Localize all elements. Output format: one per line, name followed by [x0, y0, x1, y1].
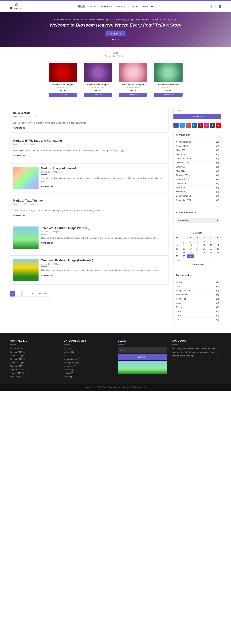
archive-link-4[interactable]: March 2020 — [176, 153, 187, 156]
twitter-icon[interactable]: t — [180, 122, 185, 128]
cart-icon[interactable]: 🛒 — [210, 5, 213, 8]
tag-excerpt[interactable]: excerpt — [172, 354, 179, 357]
archive-link-3[interactable]: May 2020 — [176, 149, 185, 151]
archive-link-9[interactable]: February 2019 — [176, 174, 190, 176]
footer-cat-link-8[interactable]: buying (3) — [64, 372, 73, 374]
read-more-3[interactable]: READ MORE — [41, 186, 54, 188]
cat-link-1[interactable]: Aciform — [176, 281, 183, 284]
add-cart-button-4[interactable]: Add to Cart — [154, 93, 182, 97]
read-more-5[interactable]: READ MORE — [41, 242, 54, 244]
user-icon[interactable]: 👤 — [218, 5, 222, 8]
footer-archive-link-7[interactable]: September 2010 (2) — [10, 368, 28, 371]
cat-link-5[interactable]: Asmodeus — [176, 298, 186, 300]
add-cart-button-1[interactable]: Add to Cart — [48, 93, 77, 97]
footer-cat-link-3[interactable]: sub (1) — [64, 354, 70, 357]
shop-link[interactable]: Shop — [10, 52, 222, 54]
footer-cat-link-1[interactable]: aaoa (4) — [64, 347, 72, 350]
tag-edge-case[interactable]: edge case — [199, 351, 208, 353]
archive-link-1[interactable]: November 2020 — [176, 141, 191, 143]
next-page-button[interactable]: Next Page — [35, 291, 50, 296]
archive-link-15[interactable]: September 2018 — [176, 199, 191, 201]
archive-link-13[interactable]: March 2019 — [176, 190, 187, 193]
cat-link-10[interactable]: Cat C — [176, 318, 181, 321]
tag-alignment[interactable]: alignment — [178, 347, 187, 350]
hero-dot-2[interactable] — [115, 39, 116, 40]
tumblr-icon[interactable]: T — [210, 122, 215, 128]
tag-aside[interactable]: aside — [188, 347, 193, 350]
footer-archive-link-9[interactable]: July 2010 (1) — [10, 376, 22, 378]
footer-archive-link-4[interactable]: January 2012 (6) — [10, 358, 25, 360]
nav-services[interactable]: SERVICES — [100, 5, 112, 8]
read-more-1[interactable]: READ MORE — [13, 127, 26, 129]
calendar-prev-link[interactable]: « Sep — [175, 259, 180, 261]
hero-shop-now-button[interactable]: Shop Now — [106, 30, 126, 36]
footer-cat-link-7[interactable]: border (2) — [64, 368, 73, 371]
add-cart-button-2[interactable]: Add to Cart — [84, 93, 112, 97]
youtube-icon[interactable]: ▶ — [216, 122, 221, 128]
tag-embeds[interactable]: embeds — [210, 351, 217, 353]
cat-link-8[interactable]: Cat A — [176, 310, 181, 312]
linkedin-icon[interactable]: in — [192, 122, 197, 128]
footer-archive-link-1[interactable]: June 2019 (5) — [10, 347, 22, 350]
read-more-2[interactable]: READ MORE — [13, 154, 26, 157]
footer-cat-link-9[interactable]: Cat A (1) — [64, 376, 72, 378]
pinterest-icon[interactable]: P — [198, 122, 203, 128]
archive-link-5[interactable]: December 2019 — [176, 157, 191, 160]
cat-link-6[interactable]: Broder — [176, 302, 182, 304]
page-ellipsis[interactable]: ... — [22, 291, 28, 296]
hero-dot-1[interactable] — [112, 39, 114, 40]
facebook-icon[interactable]: f — [174, 122, 178, 128]
sidebar-search-button[interactable]: SEARCH — [174, 114, 222, 120]
footer-search-input[interactable] — [118, 347, 168, 353]
nav-blog[interactable]: BLOG — [132, 5, 138, 8]
archive-link-6[interactable]: October 2019 — [176, 162, 189, 164]
read-more-4[interactable]: READ MORE — [13, 214, 26, 216]
archives-dropdown-select[interactable]: Select Month — [176, 218, 219, 223]
archive-link-10[interactable]: October 2019 — [176, 178, 189, 180]
footer-archive-link-6[interactable]: October 2010 (1) — [10, 365, 25, 367]
instagram-icon[interactable]: I — [204, 122, 209, 128]
footer-archive-link-8[interactable]: August 2010 (3) — [10, 372, 24, 374]
footer-cat-link-6[interactable]: asmodeus (1) — [64, 365, 76, 367]
archive-link-12[interactable]: April 2019 — [176, 186, 186, 189]
footer-archive-link-3[interactable]: March 2012 (6) — [10, 354, 24, 357]
sidebar-search-input[interactable] — [174, 108, 222, 113]
footer-archive-link-5[interactable]: March 2011 (1) — [10, 362, 24, 364]
page-1-button[interactable]: 1 — [10, 291, 15, 296]
cat-link-3[interactable]: Antiquarianism — [176, 289, 190, 292]
page-2-button[interactable]: 2 — [16, 291, 22, 296]
tag-featured-image[interactable]: featured image — [180, 354, 194, 357]
archive-link-7[interactable]: July 2019 — [176, 166, 185, 168]
archive-link-14[interactable]: December 2018 — [176, 195, 191, 197]
cat-link-4[interactable]: Arrangement — [176, 294, 188, 296]
tag-8bit[interactable]: 8BIT — [172, 347, 176, 350]
cat-item-4: Arrangement(6) — [176, 293, 219, 297]
nav-gallery[interactable]: GALLERY — [116, 5, 127, 8]
read-more-6[interactable]: READ MORE — [41, 274, 54, 276]
archive-item-7: July 2019(1) — [176, 165, 219, 169]
page-12-button[interactable]: 12 — [29, 291, 34, 296]
add-cart-button-3[interactable]: Add to Cart — [119, 93, 148, 97]
tag-content[interactable]: content — [183, 351, 190, 353]
footer-cat-link-4[interactable]: antiquarianism (1) — [64, 358, 80, 360]
tag-audio[interactable]: audio — [194, 347, 199, 350]
footer-cat-link-5[interactable]: arrangement (1) — [64, 362, 79, 364]
nav-home[interactable]: HOME — [78, 5, 85, 8]
tag-dowork[interactable]: dowork — [191, 351, 198, 353]
cat-link-7[interactable]: Buying — [176, 306, 182, 308]
archive-link-8[interactable]: May 2019 — [176, 170, 185, 172]
archive-link-11[interactable]: June 2019 — [176, 182, 186, 184]
google-plus-icon[interactable]: G+ — [186, 122, 191, 128]
footer-cat-link-2[interactable]: aciform (1) — [64, 351, 74, 353]
tag-chat[interactable]: chat — [212, 347, 216, 350]
nav-about[interactable]: ABOUT US — [143, 5, 154, 8]
footer-search-button[interactable]: SEARCH — [118, 354, 168, 360]
tag-comments[interactable]: comments — [172, 351, 182, 353]
footer-archive-link-2[interactable]: January 2013 (5) — [10, 351, 25, 353]
cat-link-2[interactable]: Sub — [176, 285, 180, 288]
hero-dot-3[interactable] — [118, 39, 119, 40]
archive-link-2[interactable]: August 2020 — [176, 145, 188, 147]
nav-shop[interactable]: SHOP — [90, 5, 96, 8]
cat-link-9[interactable]: Cat B — [176, 314, 181, 317]
tag-categories[interactable]: categories — [201, 347, 210, 350]
